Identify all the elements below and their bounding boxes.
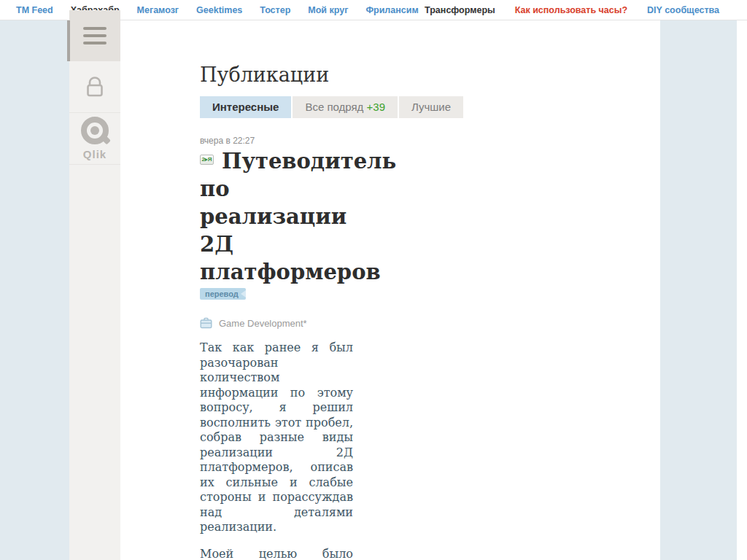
briefcase-icon — [200, 317, 212, 329]
nav-right-group: Трансформеры Как использовать часы? DIY … — [425, 5, 719, 15]
sidebar: Qlik — [69, 10, 120, 560]
post-body: Так как ранее я был разочарован количест… — [200, 341, 353, 560]
scrollbar-track[interactable] — [737, 0, 747, 560]
hub-row: Game Development* — [200, 317, 660, 329]
nav-link-freelansim[interactable]: Фрилансим — [365, 5, 418, 15]
post-paragraph: Так как ранее я был разочарован количест… — [200, 341, 353, 535]
lock-icon — [82, 74, 108, 100]
nav-link-transformers[interactable]: Трансформеры — [425, 5, 495, 15]
post-title-link[interactable]: 2▸ЯПутеводитель по реализации 2Д платфор… — [200, 147, 338, 286]
tab-interesting-label: Интересные — [212, 101, 279, 113]
new-posts-count-badge: +39 — [367, 101, 385, 113]
nav-link-moikrug[interactable]: Мой круг — [308, 5, 348, 15]
hamburger-menu-icon[interactable] — [83, 27, 107, 44]
nav-link-megamozg[interactable]: Мегамозг — [137, 5, 179, 15]
sidebar-item-lock[interactable] — [69, 61, 120, 113]
tab-all-posts[interactable]: Все подряд +39 — [293, 96, 398, 118]
hub-link-game-development[interactable]: Game Development* — [219, 318, 307, 329]
nav-link-diy-communities[interactable]: DIY сообщества — [647, 5, 719, 15]
nav-link-geektimes[interactable]: Geektimes — [196, 5, 242, 15]
nav-link-toster[interactable]: Тостер — [260, 5, 290, 15]
tab-best[interactable]: Лучшие — [399, 96, 463, 118]
nav-link-how-to-use-clock[interactable]: Как использовать часы? — [515, 5, 627, 15]
translation-icon: 2▸Я — [200, 155, 214, 165]
post-title-text: Путеводитель по реализации 2Д платформер… — [200, 149, 396, 284]
qlik-logo-icon — [81, 117, 109, 144]
feed-tabs: Интересные Все подряд +39 Лучшие — [200, 96, 660, 118]
tab-interesting[interactable]: Интересные — [200, 96, 291, 118]
page-title: Публикации — [200, 63, 660, 88]
tab-all-posts-label: Все подряд — [305, 101, 363, 113]
sidebar-scroll-thumb[interactable] — [67, 20, 70, 61]
post-timestamp: вчера в 22:27 — [200, 136, 660, 146]
nav-link-tmfeed[interactable]: TM Feed — [16, 5, 53, 15]
post-paragraph: Моей целью было создать исчерпывающий и … — [200, 547, 353, 560]
tab-best-label: Лучшие — [411, 101, 451, 113]
qlik-logo-label: Qlik — [83, 148, 107, 160]
translation-badge: перевод — [200, 288, 246, 300]
sidebar-menu-section — [69, 10, 120, 61]
main-content: Публикации Интересные Все подряд +39 Луч… — [120, 20, 660, 560]
sidebar-item-qlik[interactable]: Qlik — [69, 113, 120, 165]
